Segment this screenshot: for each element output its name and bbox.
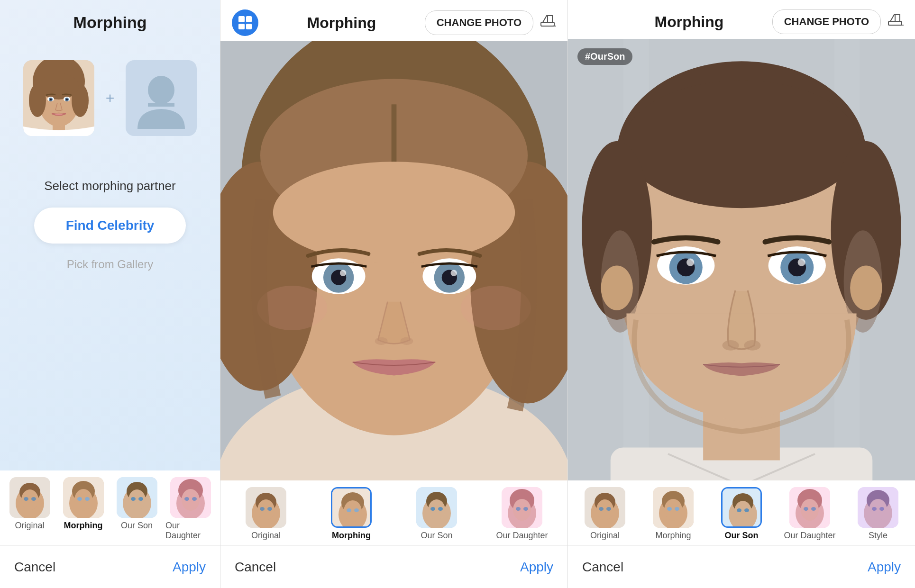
panel2-tab-original-label: Original: [251, 531, 281, 541]
svg-point-124: [850, 265, 882, 310]
partner-photo-placeholder[interactable]: [126, 60, 197, 136]
panel3-tab-morphing[interactable]: Morphing: [641, 487, 705, 541]
svg-point-175: [869, 499, 887, 521]
svg-point-123: [601, 265, 633, 310]
svg-point-157: [664, 499, 682, 521]
panel2-title: Morphing: [258, 14, 425, 32]
panel3-tab-ourdaughter-thumb: [789, 487, 830, 528]
panel3-header: Morphing CHANGE PHOTO: [568, 0, 915, 39]
tab-morphing-label: Morphing: [64, 521, 103, 531]
svg-point-132: [798, 259, 805, 266]
panel3-tab-ourdaughter-label: Our Daughter: [784, 531, 835, 541]
pick-from-gallery-link[interactable]: Pick from Gallery: [0, 258, 220, 271]
svg-point-21: [31, 497, 36, 501]
svg-point-170: [804, 507, 808, 511]
svg-point-131: [686, 259, 694, 266]
panel3-tab-style[interactable]: Style: [846, 487, 910, 541]
panel-ourson-result: Morphing CHANGE PHOTO: [567, 0, 915, 588]
svg-point-118: [623, 81, 860, 208]
panel1-tabs: Original Morphing: [0, 470, 220, 545]
morph-selection-area: +: [0, 41, 220, 150]
tab-ourson[interactable]: Our Son: [112, 477, 162, 541]
grid-icon-button[interactable]: [232, 9, 258, 36]
svg-point-165: [744, 508, 749, 512]
panel3-cancel-button[interactable]: Cancel: [582, 560, 623, 575]
grid-icon: [238, 16, 252, 29]
svg-point-62: [400, 337, 413, 345]
panel2-tab-original-thumb: [246, 487, 286, 528]
tab-ourdaughter-label: Our Daughter: [165, 521, 215, 541]
svg-point-169: [801, 499, 819, 521]
svg-rect-107: [888, 21, 902, 25]
panel3-apply-button[interactable]: Apply: [868, 560, 901, 575]
panel2-tab-morphing[interactable]: Morphing: [311, 487, 392, 541]
panel2-cancel-button[interactable]: Cancel: [235, 560, 276, 575]
tab-original-label: Original: [15, 521, 44, 531]
svg-point-12: [66, 99, 68, 100]
panel2-tab-ourson[interactable]: Our Son: [396, 487, 477, 541]
panel2-tab-original[interactable]: Original: [225, 487, 307, 541]
svg-point-6: [39, 73, 79, 100]
ourson-tag: #OurSon: [577, 48, 632, 65]
svg-point-153: [606, 507, 611, 511]
panel2-header: Morphing CHANGE PHOTO: [220, 0, 567, 41]
panel3-tab-ourson-thumb: [721, 487, 762, 528]
svg-point-25: [74, 489, 92, 511]
panel2-tab-ourson-thumb: [416, 487, 457, 528]
tab-ourdaughter[interactable]: Our Daughter: [165, 477, 215, 541]
svg-rect-40: [541, 22, 554, 26]
svg-point-105: [516, 507, 521, 511]
panel2-change-photo-button[interactable]: CHANGE PHOTO: [425, 10, 533, 35]
panel3-tab-morphing-thumb: [653, 487, 694, 528]
svg-point-92: [344, 500, 362, 522]
svg-rect-15: [148, 103, 174, 107]
svg-point-20: [24, 497, 28, 501]
panel3-tab-ourson[interactable]: Our Son: [709, 487, 774, 541]
svg-point-37: [182, 489, 200, 511]
panel2-tab-ourdaughter[interactable]: Our Daughter: [481, 487, 563, 541]
select-morphing-partner-label: Select morphing partner: [0, 179, 220, 193]
panel3-change-photo-button[interactable]: CHANGE PHOTO: [772, 9, 881, 34]
panel3-eraser-icon[interactable]: [887, 12, 904, 32]
panel3-title: Morphing: [606, 13, 772, 31]
svg-point-98: [428, 499, 445, 520]
panel1-apply-button[interactable]: Apply: [173, 560, 206, 575]
svg-point-52: [273, 162, 515, 263]
tab-original[interactable]: Original: [5, 477, 55, 541]
find-celebrity-button[interactable]: Find Celebrity: [34, 208, 186, 244]
panel2-tab-ourson-label: Our Son: [421, 531, 452, 541]
panel3-tab-style-label: Style: [869, 531, 888, 541]
panel1-cancel-button[interactable]: Cancel: [14, 560, 55, 575]
panel3-tab-morphing-label: Morphing: [655, 531, 691, 541]
panel2-tab-morphing-label: Morphing: [332, 531, 371, 541]
panel2-tab-morphing-thumb: [331, 487, 372, 528]
source-photo[interactable]: [23, 60, 94, 136]
eraser-icon[interactable]: [539, 13, 556, 33]
panel3-tab-original-label: Original: [590, 531, 620, 541]
svg-point-14: [148, 76, 174, 104]
svg-point-31: [128, 489, 146, 510]
svg-point-133: [723, 340, 739, 351]
svg-point-59: [340, 270, 346, 276]
tab-ourson-label: Our Son: [121, 521, 153, 531]
panel3-header-right: CHANGE PHOTO: [772, 9, 904, 34]
panel3-tab-original-thumb: [585, 487, 625, 528]
svg-point-99: [430, 507, 435, 511]
svg-point-19: [21, 489, 38, 510]
panel3-tab-ourdaughter[interactable]: Our Daughter: [778, 487, 842, 541]
panel3-bottom-bar: Cancel Apply: [568, 545, 915, 588]
panel2-header-left: [232, 9, 258, 36]
tab-morphing[interactable]: Morphing: [58, 477, 108, 541]
panel2-tabs: Original Morphing: [220, 480, 567, 545]
svg-point-158: [667, 507, 672, 511]
svg-point-86: [257, 499, 274, 520]
svg-point-171: [811, 507, 816, 511]
tab-original-thumb: [9, 477, 50, 518]
svg-point-61: [375, 337, 388, 345]
panel2-apply-button[interactable]: Apply: [520, 560, 553, 575]
svg-point-163: [734, 501, 751, 522]
panel3-tab-original[interactable]: Original: [573, 487, 637, 541]
svg-point-106: [523, 507, 528, 511]
svg-point-27: [85, 497, 90, 501]
tab-morphing-thumb: [63, 477, 104, 518]
